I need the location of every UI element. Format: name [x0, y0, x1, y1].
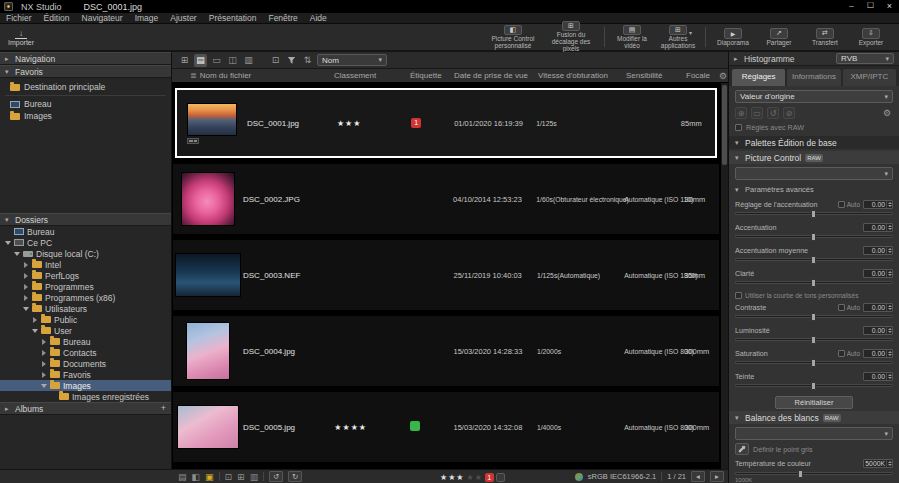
temperature-value-input[interactable]: 5000K	[863, 459, 893, 468]
tree-item-disque-local-c[interactable]: Disque local (C:)	[0, 248, 171, 259]
slider-thumb[interactable]	[811, 336, 816, 344]
slider-value-input[interactable]: 0.00	[863, 223, 893, 232]
menu-ajuster[interactable]: Ajuster	[164, 13, 202, 23]
folders-section-header[interactable]: Dossiers	[0, 213, 171, 226]
favorites-section-header[interactable]: Favoris	[0, 65, 171, 78]
tree-item-intel[interactable]: Intel	[0, 259, 171, 270]
slider-value-input[interactable]: 0.00	[863, 372, 893, 381]
base-palette-header[interactable]: Palettes Édition de base	[729, 136, 899, 149]
slider-track[interactable]	[735, 258, 893, 261]
spinner-icon[interactable]	[886, 247, 892, 254]
column-shutter-speed[interactable]: Vitesse d'obturation	[538, 71, 626, 80]
color-label-badge[interactable]: 1	[411, 118, 421, 128]
histogram-header[interactable]: Histogramme RVB	[729, 52, 899, 66]
tree-item-images[interactable]: Images	[0, 380, 171, 391]
tab-xmp-iptc[interactable]: XMP/IPTC	[843, 69, 896, 86]
minimize-icon[interactable]	[842, 0, 861, 13]
slider-track[interactable]	[735, 281, 893, 284]
temperature-slider-track[interactable]	[735, 472, 893, 475]
menu-fenetre[interactable]: Fenêtre	[262, 13, 303, 23]
sort-dropdown[interactable]: Nom	[317, 54, 387, 66]
slider-track[interactable]	[735, 338, 893, 341]
menu-presentation[interactable]: Présentation	[203, 13, 263, 23]
tree-item-bureau[interactable]: Bureau	[0, 226, 171, 237]
slider-value-input[interactable]: 0.00	[863, 246, 893, 255]
tree-item-contacts[interactable]: Contacts	[0, 347, 171, 358]
add-album-icon[interactable]	[161, 402, 166, 415]
vertical-scrollbar[interactable]	[721, 83, 728, 469]
edit-video-button[interactable]: Modifier la vidéo	[610, 24, 654, 50]
grid-overlay-icon[interactable]	[237, 470, 245, 483]
filled-stars[interactable]: ★★★	[440, 473, 465, 482]
slider-thumb[interactable]	[811, 359, 816, 367]
slider-value-input[interactable]: 0.00	[863, 269, 893, 278]
upload-button[interactable]: Transfert	[803, 24, 847, 50]
slider-value-input[interactable]: 0.00	[863, 326, 893, 335]
reset-button[interactable]: Réinitialiser	[775, 396, 853, 409]
column-focal-length[interactable]: Focale	[686, 71, 721, 80]
slider-track[interactable]	[735, 315, 893, 318]
picture-control-section-header[interactable]: Picture Control RAW	[729, 151, 899, 164]
albums-section-header[interactable]: Albums	[0, 402, 171, 415]
zoom-ratio-icon[interactable]	[225, 470, 233, 483]
previous-image-icon[interactable]	[691, 471, 705, 482]
slider-thumb[interactable]	[811, 279, 816, 287]
slider-thumb[interactable]	[811, 256, 816, 264]
tree-item-ce-pc[interactable]: Ce PC	[0, 237, 171, 248]
file-row-dsc0005[interactable]: DSC_0005.jpg ★★★★ 15/03/2020 14:32:08 1/…	[173, 392, 719, 462]
column-capture-date[interactable]: Date de prise de vue	[454, 71, 538, 80]
filmstrip-toggle-icon[interactable]	[178, 470, 187, 483]
thumbnail[interactable]	[181, 172, 235, 226]
fullscreen-view-icon[interactable]	[269, 54, 282, 67]
star-rating[interactable]: ★★★	[337, 119, 411, 128]
tree-item-bureau-user[interactable]: Bureau	[0, 336, 171, 347]
slider-track[interactable]	[735, 384, 893, 387]
menu-navigateur[interactable]: Navigateur	[76, 13, 129, 23]
auto-checkbox[interactable]	[838, 304, 845, 311]
import-button[interactable]: Importer	[6, 24, 36, 50]
white-balance-dropdown[interactable]	[735, 427, 893, 440]
tree-item-programmes-x86[interactable]: Programmes (x86)	[0, 292, 171, 303]
picture-control-button[interactable]: Picture Control personnalisé	[485, 24, 541, 50]
crop-icon[interactable]	[751, 107, 763, 119]
scrollbar-thumb[interactable]	[722, 85, 727, 165]
export-button[interactable]: Exporter	[849, 24, 893, 50]
slider-thumb[interactable]	[811, 210, 816, 218]
auto-checkbox[interactable]	[838, 350, 845, 357]
thumbnail-grid-view-icon[interactable]	[178, 54, 191, 67]
slider-value-input[interactable]: 0.00	[863, 200, 893, 209]
picture-control-dropdown[interactable]	[735, 167, 893, 180]
tree-item-utilisateurs[interactable]: Utilisateurs	[0, 303, 171, 314]
white-balance-section-header[interactable]: Balance des blancs RAW	[729, 411, 899, 424]
spinner-icon[interactable]	[886, 373, 892, 380]
thumbnail[interactable]	[175, 253, 241, 297]
slider-value-input[interactable]: 0.00	[863, 303, 893, 312]
thumbnail-list-view-icon[interactable]	[194, 54, 207, 67]
redo-icon[interactable]	[288, 471, 302, 482]
navigation-section-header[interactable]: Navigation	[0, 52, 171, 65]
menu-image[interactable]: Image	[129, 13, 165, 23]
menu-aide[interactable]: Aide	[304, 13, 333, 23]
tree-item-images-enregistrees[interactable]: Images enregistrées	[0, 391, 171, 402]
file-row-dsc0001[interactable]: DSC_0001.jpg ★★★ 1 01/01/2020 16:19:39 1…	[175, 88, 717, 158]
spinner-icon[interactable]	[886, 270, 892, 277]
slider-thumb[interactable]	[811, 233, 816, 241]
other-apps-button[interactable]: Autres applications	[656, 24, 700, 50]
close-icon[interactable]	[880, 0, 899, 13]
favorite-desktop[interactable]: Bureau	[0, 98, 171, 110]
column-label[interactable]: Étiquette	[410, 71, 454, 80]
menu-fichier[interactable]: Fichier	[0, 13, 38, 23]
favorite-main-destination[interactable]: Destination principale	[0, 81, 171, 93]
tree-item-favoris[interactable]: Favoris	[0, 369, 171, 380]
panel-settings-gear-icon[interactable]	[881, 107, 893, 119]
spinner-icon[interactable]	[886, 304, 892, 311]
retouch-icon[interactable]	[783, 107, 795, 119]
tree-item-user[interactable]: User	[0, 325, 171, 336]
menu-edition[interactable]: Édition	[38, 13, 76, 23]
raw-settings-checkbox[interactable]	[735, 124, 742, 131]
filter-funnel-icon[interactable]	[285, 54, 298, 67]
file-row-dsc0003[interactable]: DSC_0003.NEF 25/11/2019 10:40:03 1/125s(…	[173, 240, 719, 310]
star-rating[interactable]: ★★★★	[334, 423, 409, 432]
compare-view-icon[interactable]	[226, 54, 239, 67]
tree-item-programmes[interactable]: Programmes	[0, 281, 171, 292]
